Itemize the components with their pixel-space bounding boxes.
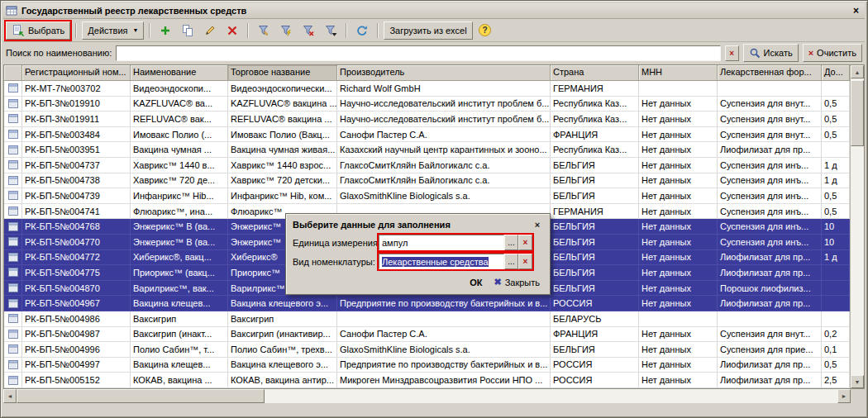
unit-ellipsis-button[interactable]: ... — [504, 235, 518, 250]
find-button[interactable]: Искать — [743, 44, 799, 62]
scroll-left-button[interactable]: ◄ — [3, 389, 17, 403]
nomenclature-clear-button[interactable]: × — [518, 254, 532, 269]
load-excel-button[interactable]: Загрузить из excel — [384, 21, 472, 40]
table-cell: GlaxoSmithKline Biologicals s.a. — [337, 342, 551, 357]
table-row[interactable]: РК-БП-5№003951Вакцина чумная ...Вакцина … — [4, 142, 850, 158]
horizontal-scrollbar[interactable]: ◄ ► — [3, 389, 851, 403]
scroll-down-button[interactable]: ▼ — [851, 375, 864, 388]
window-close-button[interactable]: × — [850, 5, 862, 17]
help-button[interactable]: ? — [475, 21, 495, 40]
clear-search-button[interactable]: × Очистить — [803, 44, 862, 62]
horizontal-scroll-thumb[interactable] — [17, 389, 265, 403]
record-icon — [4, 235, 22, 249]
actions-button-label: Действия — [88, 26, 127, 36]
table-cell: РК-БП-5№004987 — [22, 327, 131, 342]
column-header-icon[interactable] — [4, 65, 22, 81]
close-x-icon: ✖ — [494, 277, 501, 287]
table-cell: 2,5 — [822, 373, 850, 387]
table-cell: Полио Сабин™, т... — [131, 342, 228, 357]
column-header[interactable]: До... — [822, 65, 850, 81]
arrow-down-icon: ▼ — [855, 379, 861, 385]
delete-button[interactable] — [222, 21, 242, 40]
table-cell: Нет данных — [639, 188, 718, 203]
table-row[interactable]: РК-БП-5№005152КОКАВ, вакцина ...КОКАВ, в… — [4, 373, 850, 388]
refresh-icon — [355, 24, 369, 37]
toolbar-separator — [377, 23, 379, 38]
column-header[interactable]: Лекарственная фор... — [718, 65, 822, 81]
horizontal-scroll-track[interactable] — [17, 389, 837, 403]
filter-settings-button[interactable] — [254, 21, 274, 40]
table-cell: РК-БП-5№004738 — [22, 173, 131, 188]
column-header[interactable]: Страна — [551, 65, 639, 81]
actions-button[interactable]: Действия ▼ — [82, 21, 144, 40]
scrollbar-corner — [851, 389, 865, 403]
column-header[interactable]: Наименование — [131, 65, 228, 81]
table-cell: Вакцина клещевого э... — [228, 296, 337, 311]
unit-input[interactable]: ампул — [379, 235, 504, 250]
filter-off-button[interactable] — [298, 21, 318, 40]
search-input[interactable] — [116, 45, 720, 61]
nomenclature-ellipsis-button[interactable]: ... — [504, 254, 518, 269]
table-row[interactable]: РК-БП-5№004967Вакцина клещев...Вакцина к… — [4, 296, 850, 311]
table-cell: БЕЛЬГИЯ — [551, 188, 639, 203]
ok-button[interactable]: ОК — [470, 278, 482, 287]
unit-clear-button[interactable]: × — [518, 235, 532, 250]
column-header[interactable]: Производитель — [337, 65, 551, 81]
vertical-scroll-thumb[interactable] — [851, 80, 864, 146]
vertical-scrollbar[interactable]: ▲ ▼ — [850, 65, 864, 388]
search-clear-x-button[interactable]: × — [725, 45, 739, 61]
table-row[interactable]: РК-БП-5№004987Ваксигрип (инакт...Ваксигр… — [4, 327, 850, 343]
filter-by-value-button[interactable] — [276, 21, 296, 40]
table-cell: Приорикс™ (вакц... — [131, 265, 228, 280]
vertical-scroll-track[interactable] — [851, 78, 864, 375]
table-row[interactable]: РК-БП-5№004738Хаврикс™ 720 де...Хаврикс™… — [4, 173, 850, 189]
add-copy-button[interactable] — [178, 21, 198, 40]
table-cell: Суспензия для прие... — [718, 342, 822, 357]
table-row[interactable]: РК-БП-5№004996Полио Сабин™, т...Полио Са… — [4, 342, 850, 358]
table-cell: Ваксигрип (инакт... — [131, 327, 228, 342]
scroll-right-button[interactable]: ► — [837, 389, 851, 403]
toolbar: Выбрать Действия ▼ — [3, 19, 865, 41]
table-row[interactable]: РК-БП-5№004986ВаксигрипВаксигрипБЕЛАРУСЬ — [4, 311, 850, 327]
titlebar[interactable]: Государственный реестр лекарственных сре… — [3, 3, 865, 19]
table-cell: РК-БП-3№019911 — [22, 112, 131, 126]
table-cell: KAZFLUVAC® ва... — [131, 97, 228, 112]
app-icon — [6, 5, 17, 17]
table-row[interactable]: РК-БП-3№019910KAZFLUVAC® ва...KAZFLUVAC®… — [4, 97, 850, 112]
table-row[interactable]: РК-БП-5№004997Вакцина клещев...Вакцина к… — [4, 358, 850, 373]
table-cell: 0,5 — [822, 358, 850, 373]
table-row[interactable]: РК-БП-5№003484Имовакс Полио (...Имовакс … — [4, 127, 850, 143]
table-row[interactable]: РК-БП-5№004737Хаврикс™ 1440 в...Хаврикс™… — [4, 158, 850, 173]
table-row[interactable]: РК-БП-5№004739Инфанрикс™ Hib...Инфанрикс… — [4, 188, 850, 204]
table-cell: Лиофилизат для пр... — [718, 142, 822, 157]
select-button[interactable]: Выбрать — [6, 21, 70, 40]
dialog-titlebar[interactable]: Выберите данные для заполнения × — [293, 217, 543, 231]
table-cell: БЕЛЬГИЯ — [551, 281, 639, 296]
search-label: Поиск по наименованию: — [6, 48, 112, 58]
table-cell: БЕЛЬГИЯ — [551, 158, 639, 173]
dialog-close-icon[interactable]: × — [532, 220, 543, 230]
column-header[interactable]: МНН — [639, 65, 718, 81]
delete-x-icon — [226, 24, 239, 37]
nomenclature-input[interactable]: Лекарственные средства — [379, 254, 504, 269]
column-header[interactable]: Регистрационный ном... — [22, 65, 131, 81]
search-bar: Поиск по наименованию: × Искать × Очисти… — [3, 41, 865, 64]
table-cell: 0,5 — [822, 97, 850, 112]
dialog-close-button[interactable]: ✖ Закрыть — [494, 277, 540, 287]
table-row[interactable]: РК-БП-3№019911REFLUVAC® вак...REFLUVAC® … — [4, 112, 850, 127]
table-cell: Суспензия для внут... — [718, 112, 822, 126]
table-cell: Вакцина клещев... — [131, 296, 228, 311]
add-button[interactable] — [155, 21, 175, 40]
table-cell: РК-БП-5№004996 — [22, 342, 131, 357]
dialog-close-label: Закрыть — [505, 278, 540, 287]
scroll-up-button[interactable]: ▲ — [851, 65, 864, 78]
refresh-button[interactable] — [352, 21, 372, 40]
edit-button[interactable] — [200, 21, 220, 40]
table-row[interactable]: РК-МТ-7№003702Видеоэндоскопи...Видеоэндо… — [4, 81, 850, 97]
record-icon — [4, 142, 22, 157]
record-icon — [4, 81, 22, 96]
filter-history-button[interactable] — [321, 21, 341, 40]
table-cell: Лиофилизат для пр... — [718, 358, 822, 373]
column-header[interactable]: Торговое название — [228, 65, 337, 81]
table-cell: Richard Wolf GmbH — [337, 81, 551, 96]
